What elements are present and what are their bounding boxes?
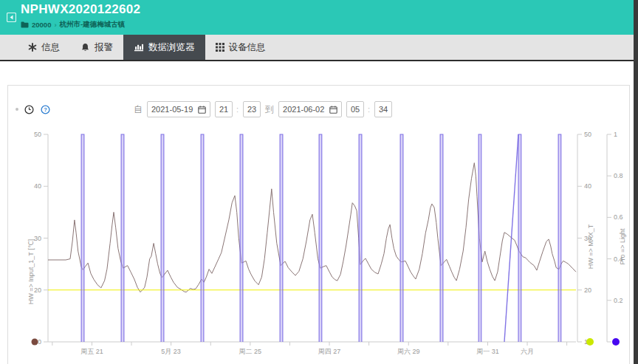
end-date-value: 2021-06-02 [283, 105, 324, 114]
bar-chart-icon [134, 43, 144, 52]
tab-device-info[interactable]: 设备信息 [205, 35, 276, 60]
chart-toolbar: ? 自 2021-05-19 21 : 23 到 2021-06-02 05 : [16, 100, 392, 118]
data-browser-card: ? 自 2021-05-19 21 : 23 到 2021-06-02 05 : [7, 85, 630, 364]
start-date-input[interactable]: 2021-05-19 [147, 101, 210, 117]
main-content: ? 自 2021-05-19 21 : 23 到 2021-06-02 05 : [0, 63, 634, 364]
asterisk-icon [28, 43, 37, 52]
end-hour-input[interactable]: 05 [346, 101, 364, 117]
tab-label: 设备信息 [229, 41, 266, 54]
start-hour-input[interactable]: 21 [215, 101, 233, 117]
to-label: 到 [265, 103, 274, 116]
breadcrumb: 20000 › 杭州市-建德梅城古镇 [21, 20, 125, 29]
app-header: NPHWX2020122602 20000 › 杭州市-建德梅城古镇 [0, 0, 634, 35]
grid-icon [216, 43, 224, 52]
window-scrollbar[interactable] [634, 0, 638, 364]
breadcrumb-location: 杭州市-建德梅城古镇 [60, 20, 126, 30]
bell-icon [80, 43, 90, 52]
end-minute-input[interactable]: 34 [374, 101, 392, 117]
time-colon: : [236, 105, 239, 114]
breadcrumb-separator: › [54, 21, 56, 29]
start-minute-input[interactable]: 23 [243, 101, 261, 117]
clock-icon[interactable] [24, 105, 34, 114]
tab-bar: 信息 报警 数据浏览器 设备信息 [0, 35, 634, 61]
tab-label: 数据浏览器 [148, 41, 195, 54]
tab-data-browser[interactable]: 数据浏览器 [123, 35, 205, 60]
device-title: NPHWX2020122602 [21, 2, 140, 17]
svg-text:?: ? [44, 106, 47, 113]
collapse-panel-icon[interactable] [7, 12, 16, 21]
from-label: 自 [134, 103, 143, 116]
start-date-value: 2021-05-19 [151, 105, 193, 114]
end-date-input[interactable]: 2021-06-02 [278, 101, 342, 117]
tab-label: 报警 [95, 41, 113, 54]
tab-alarm[interactable]: 报警 [70, 35, 123, 60]
folder-icon [21, 21, 29, 28]
calendar-icon [198, 106, 206, 114]
help-icon[interactable]: ? [41, 105, 50, 114]
tab-info[interactable]: 信息 [18, 35, 70, 60]
calendar-icon [329, 106, 337, 114]
status-dot [16, 108, 18, 111]
breadcrumb-id: 20000 [32, 21, 51, 29]
time-colon: : [368, 105, 370, 114]
tab-label: 信息 [41, 41, 60, 54]
